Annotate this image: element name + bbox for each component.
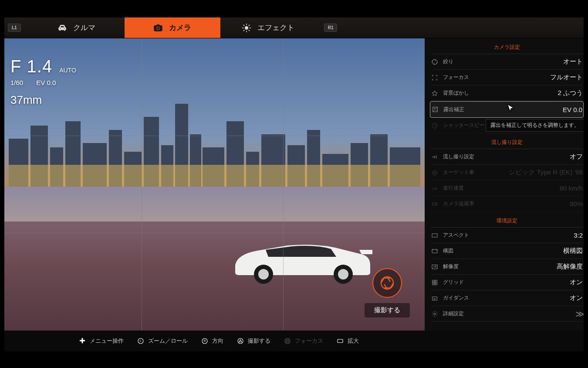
section-env: 環境設定 xyxy=(431,212,583,228)
svg-line-6 xyxy=(249,30,250,31)
camera-hud: F 1.4AUTO 1/60EV 0.0 37mm xyxy=(10,57,76,107)
tab-car[interactable]: クルマ xyxy=(29,17,125,38)
photo-viewport[interactable]: F 1.4AUTO 1/60EV 0.0 37mm 撮影する xyxy=(0,38,425,331)
row-target: ターゲット車 シビック Type R (EK) '98 xyxy=(431,165,583,181)
svg-point-0 xyxy=(245,26,248,29)
svg-rect-41 xyxy=(433,203,436,205)
resolution-icon xyxy=(431,263,439,270)
row-aspect[interactable]: アスペクト 3:2 xyxy=(431,228,583,243)
hud-focal: 37mm xyxy=(10,93,76,107)
car-icon xyxy=(57,23,67,33)
hint-bar: メニュー操作 Lズーム／ロール R方向 撮影する フォーカス 拡大 xyxy=(0,331,588,351)
svg-rect-54 xyxy=(287,340,289,342)
hint-zoom: Lズーム／ロール xyxy=(137,337,188,345)
tab-effect[interactable]: エフェクト xyxy=(220,17,316,38)
tab-effect-label: エフェクト xyxy=(257,23,294,33)
settings-panel: カメラ設定 絞り オート フォーカス フルオート 背景ぼかし 2 ふつう 露出補… xyxy=(425,38,588,331)
svg-line-7 xyxy=(243,30,245,31)
grid-line xyxy=(142,38,142,331)
chase-icon xyxy=(431,201,439,208)
svg-point-39 xyxy=(433,170,437,175)
hud-auto: AUTO xyxy=(59,67,76,74)
row-chase: カメラ追尾率 90% xyxy=(431,196,583,212)
grid-line xyxy=(0,233,425,233)
hint-shoot: 撮影する xyxy=(237,337,270,345)
svg-rect-45 xyxy=(433,280,437,285)
target-icon xyxy=(431,169,439,176)
guidance-icon xyxy=(431,295,439,302)
r-stick-icon: R xyxy=(201,337,209,345)
tab-camera[interactable]: カメラ xyxy=(125,17,220,38)
row-resolution[interactable]: 解像度 高解像度 xyxy=(431,259,583,275)
cursor-icon xyxy=(506,103,516,114)
clock-icon xyxy=(431,122,439,129)
row-composition[interactable]: 構図 横構図 xyxy=(431,243,583,259)
svg-text:R: R xyxy=(204,339,206,342)
effect-icon xyxy=(242,23,251,33)
exposure-icon xyxy=(431,106,439,113)
touchpad-icon xyxy=(336,337,344,345)
section-camera: カメラ設定 xyxy=(431,38,583,54)
hud-ev: EV 0.0 xyxy=(36,79,56,86)
grid-icon xyxy=(431,279,439,286)
row-grid[interactable]: グリッド オン xyxy=(431,275,583,290)
skyline-illustration xyxy=(0,104,425,191)
dpad-icon xyxy=(78,337,86,345)
tab-camera-label: カメラ xyxy=(169,23,191,33)
l-stick-icon: L xyxy=(137,337,145,345)
row-pan[interactable]: 流し撮り設定 オフ xyxy=(431,149,583,165)
mode-bar: L1 クルマ カメラ エフェクト R1 xyxy=(0,17,588,38)
svg-rect-42 xyxy=(432,234,437,237)
triangle-icon xyxy=(237,337,244,345)
row-speed: 進行速度 80 km/h xyxy=(431,181,583,196)
speed-icon xyxy=(431,185,439,192)
svg-line-5 xyxy=(243,24,245,26)
tab-car-label: クルマ xyxy=(73,23,95,33)
hint-menu: メニュー操作 xyxy=(78,337,124,345)
svg-point-35 xyxy=(381,277,393,289)
row-bokeh[interactable]: 背景ぼかし 2 ふつう xyxy=(431,85,583,101)
svg-point-53 xyxy=(285,338,290,344)
svg-point-52 xyxy=(238,338,243,344)
grid-line xyxy=(283,38,284,331)
svg-line-8 xyxy=(249,24,250,26)
svg-rect-55 xyxy=(338,339,343,343)
gear-icon xyxy=(431,310,439,317)
focus-icon xyxy=(431,74,439,81)
camera-icon xyxy=(153,23,163,33)
grid-line xyxy=(0,136,425,136)
square-icon xyxy=(284,337,291,345)
pan-icon xyxy=(431,153,439,160)
bokeh-icon xyxy=(431,90,439,97)
row-focus[interactable]: フォーカス フルオート xyxy=(431,70,583,85)
svg-point-32 xyxy=(258,269,269,279)
r1-indicator: R1 xyxy=(316,17,345,38)
svg-point-36 xyxy=(432,59,437,65)
row-aperture[interactable]: 絞り オート xyxy=(431,54,583,70)
svg-point-47 xyxy=(434,313,436,315)
hud-shutter: 1/60 xyxy=(10,79,23,86)
car-illustration xyxy=(226,232,375,285)
svg-point-34 xyxy=(338,269,348,279)
aperture-icon xyxy=(431,58,439,65)
hud-aperture: F 1.4 xyxy=(10,57,52,76)
hint-focus: フォーカス xyxy=(284,337,323,345)
row-guidance[interactable]: ガイダンス オン xyxy=(431,290,583,306)
hint-dir: R方向 xyxy=(201,337,223,345)
svg-point-40 xyxy=(434,172,436,174)
shutter-label: 撮影する xyxy=(365,303,410,317)
row-advanced[interactable]: 詳細設定 ≫ xyxy=(431,306,583,322)
row-exposure[interactable]: 露出補正 EV 0.0 露出を補正して明るさを調整します。 xyxy=(430,101,584,118)
exposure-tooltip: 露出を補正して明るさを調整します。 xyxy=(486,119,584,132)
svg-text:L: L xyxy=(140,339,142,342)
shutter-button[interactable] xyxy=(372,268,402,298)
aperture-icon xyxy=(380,276,395,290)
composition-icon xyxy=(431,248,439,255)
hint-expand: 拡大 xyxy=(336,337,359,345)
section-pan: 流し撮り設定 xyxy=(431,133,583,149)
aspect-icon xyxy=(431,232,439,239)
